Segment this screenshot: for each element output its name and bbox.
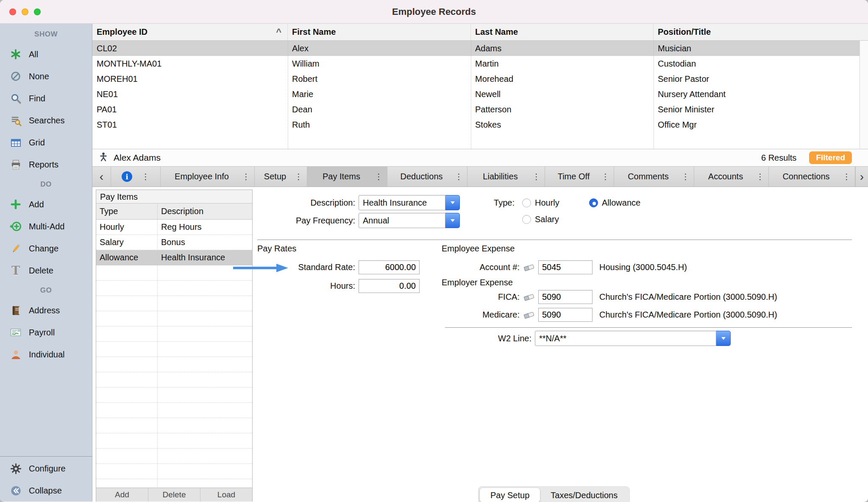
- sidebar-item-label: Payroll: [29, 328, 55, 337]
- pay-frequency-dropdown[interactable]: Annual: [359, 213, 460, 228]
- tab-menu-icon[interactable]: ⋮: [242, 172, 250, 181]
- sidebar-item-configure[interactable]: Configure: [0, 457, 92, 480]
- tab-setup[interactable]: Setup⋮: [255, 167, 307, 187]
- minimize-button[interactable]: [22, 8, 28, 15]
- standard-rate-field[interactable]: [359, 260, 420, 274]
- table-row[interactable]: CL02 Alex Adams Musician: [92, 41, 860, 56]
- tab-pay-setup[interactable]: Pay Setup: [480, 488, 540, 502]
- table-row[interactable]: MOREH01 Robert Morehead Senior Pastor: [92, 71, 860, 86]
- load-button[interactable]: Load: [200, 488, 252, 502]
- description-dropdown[interactable]: Health Insurance: [359, 195, 460, 210]
- tab-time-off[interactable]: Time Off⋮: [545, 167, 614, 187]
- tab-menu-icon[interactable]: ⋮: [375, 172, 383, 181]
- sidebar-item-delete[interactable]: T Delete: [0, 259, 92, 282]
- cell-employee-id: NE01: [92, 89, 288, 99]
- column-header-first-name[interactable]: First Name: [288, 24, 471, 40]
- delete-button[interactable]: Delete: [148, 488, 200, 502]
- tab-taxes-deductions[interactable]: Taxes/Deductions: [540, 488, 628, 502]
- sidebar-item-searches[interactable]: Searches: [0, 109, 92, 131]
- tab-menu-icon[interactable]: ⋮: [532, 172, 540, 181]
- pay-item-row[interactable]: Hourly Reg Hours: [96, 220, 252, 235]
- sidebar-section-do: DO: [0, 176, 92, 193]
- record-bar: Alex Adams 6 Results Filtered: [92, 149, 868, 167]
- tab-menu-icon[interactable]: ⋮: [756, 172, 764, 181]
- sidebar-item-collapse[interactable]: Collapse: [0, 480, 92, 502]
- bottom-tab-switcher: Pay Setup Taxes/Deductions: [478, 486, 630, 502]
- sidebar-item-label: Delete: [29, 266, 53, 276]
- radio-hourly[interactable]: [522, 198, 531, 207]
- cell-employee-id: MONTHLY-MA01: [92, 59, 288, 69]
- cell-first-name: William: [288, 59, 471, 69]
- column-header-position-title[interactable]: Position/Title: [654, 24, 868, 40]
- sidebar-item-individual[interactable]: Individual: [0, 343, 92, 365]
- radio-salary[interactable]: [522, 215, 531, 224]
- table-row[interactable]: ST01 Ruth Stokes Office Mgr: [92, 117, 860, 132]
- medicare-account-description: Church's FICA/Medicare Portion (3000.509…: [599, 307, 777, 322]
- sidebar-item-reports[interactable]: Reports: [0, 153, 92, 176]
- tab-comments[interactable]: Comments⋮: [614, 167, 694, 187]
- pay-item-empty-row: [96, 449, 252, 464]
- tab-menu-icon[interactable]: ⋮: [455, 172, 463, 181]
- tab-menu-icon[interactable]: ⋮: [601, 172, 609, 181]
- table-row[interactable]: NE01 Marie Newell Nursery Attendant: [92, 86, 860, 102]
- fica-account-field[interactable]: [538, 290, 593, 304]
- results-count: 6 Results: [761, 153, 796, 163]
- tab-connections[interactable]: Connections⋮: [769, 167, 855, 187]
- hours-field[interactable]: [359, 279, 420, 293]
- table-row[interactable]: PA01 Dean Patterson Senior Minister: [92, 102, 860, 117]
- address-book-icon: [9, 304, 22, 317]
- sidebar-item-none[interactable]: None: [0, 65, 92, 87]
- sidebar-item-label: Individual: [29, 350, 65, 360]
- tab-menu-icon[interactable]: ⋮: [142, 172, 150, 181]
- sidebar-item-grid[interactable]: Grid: [0, 131, 92, 153]
- tab-scroll-back-button[interactable]: ‹: [92, 167, 111, 187]
- cell-employee-id: ST01: [92, 120, 288, 130]
- pay-item-row[interactable]: Salary Bonus: [96, 235, 252, 250]
- medicare-account-field[interactable]: [538, 308, 593, 322]
- radio-allowance[interactable]: [589, 198, 598, 207]
- table-row[interactable]: MONTHLY-MA01 William Martin Custodian: [92, 56, 860, 71]
- sidebar-item-change[interactable]: Change: [0, 237, 92, 259]
- tab-scroll-forward-button[interactable]: ›: [855, 167, 868, 187]
- zoom-button[interactable]: [34, 8, 41, 15]
- delete-icon: T: [9, 264, 22, 277]
- vertical-scrollbar[interactable]: [860, 41, 868, 149]
- sidebar-item-find[interactable]: Find: [0, 87, 92, 109]
- account-lookup-eraser-icon[interactable]: [522, 262, 536, 274]
- cell-first-name: Dean: [288, 105, 471, 114]
- filtered-badge[interactable]: Filtered: [809, 151, 852, 164]
- tab-employee-info[interactable]: Employee Info⋮: [161, 167, 255, 187]
- radio-allowance-label: Allowance: [602, 195, 640, 210]
- tab-accounts[interactable]: Accounts⋮: [694, 167, 769, 187]
- reports-printer-icon: [9, 158, 22, 171]
- section-divider: [445, 327, 852, 328]
- sidebar-item-multi-add[interactable]: Multi-Add: [0, 215, 92, 237]
- sidebar-item-payroll[interactable]: Payroll: [0, 321, 92, 343]
- tab-deductions[interactable]: Deductions⋮: [387, 167, 467, 187]
- sidebar-section-go: GO: [0, 282, 92, 299]
- radio-hourly-label: Hourly: [535, 195, 559, 210]
- pay-item-empty-row: [96, 479, 252, 488]
- medicare-lookup-eraser-icon[interactable]: [522, 310, 536, 322]
- fica-lookup-eraser-icon[interactable]: [522, 292, 536, 304]
- cell-description: Bonus: [158, 235, 252, 250]
- tab-menu-icon[interactable]: ⋮: [682, 172, 690, 181]
- column-header-last-name[interactable]: Last Name: [471, 24, 654, 40]
- account-number-field[interactable]: [538, 260, 593, 274]
- sidebar-item-all[interactable]: All: [0, 43, 92, 65]
- column-header-type[interactable]: Type: [96, 204, 158, 219]
- close-button[interactable]: [9, 8, 16, 15]
- column-header-employee-id[interactable]: Employee ID ^: [92, 24, 288, 40]
- tab-menu-icon[interactable]: ⋮: [295, 172, 303, 181]
- tab-pay-items[interactable]: Pay Items⋮: [307, 167, 387, 187]
- sidebar-item-add[interactable]: Add: [0, 193, 92, 215]
- sidebar-item-address[interactable]: Address: [0, 299, 92, 321]
- tab-menu-icon[interactable]: ⋮: [843, 172, 851, 181]
- tab-info[interactable]: i ⋮: [111, 167, 161, 187]
- add-button[interactable]: Add: [96, 488, 148, 502]
- tab-liabilities[interactable]: Liabilities⋮: [467, 167, 545, 187]
- pay-item-row[interactable]: Allowance Health Insurance: [96, 250, 252, 265]
- pay-item-empty-row: [96, 433, 252, 449]
- w2-line-dropdown[interactable]: **N/A**: [535, 331, 731, 346]
- column-header-description[interactable]: Description: [158, 204, 252, 219]
